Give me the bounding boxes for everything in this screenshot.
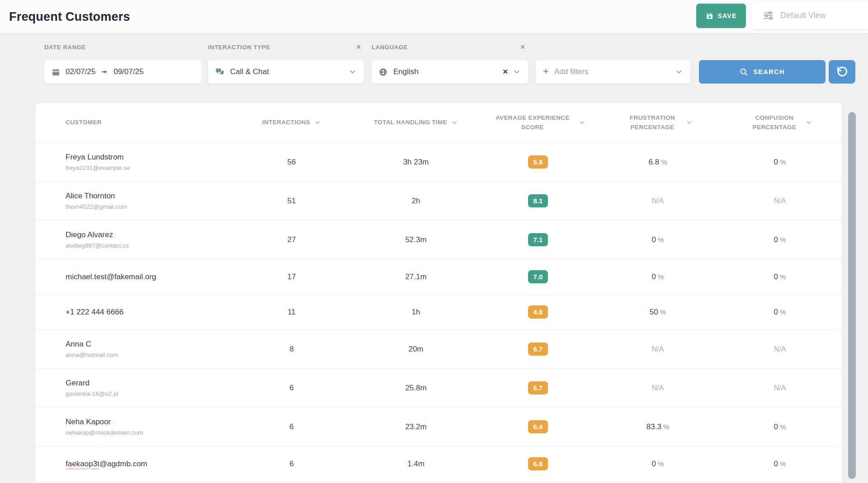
- confusion-cell: 0%: [728, 272, 832, 281]
- top-bar: Frequent Customers SAVE Default View: [0, 0, 868, 33]
- reset-filters-button[interactable]: [829, 60, 855, 84]
- table-row[interactable]: Freya Lundstromfreya2231@example.se563h …: [35, 143, 842, 182]
- customer-cell: michael.test@fakemail.org: [35, 272, 240, 281]
- add-filters-dropdown[interactable]: + Add filters: [536, 60, 690, 84]
- sliders-icon: [763, 11, 774, 20]
- table-row[interactable]: Gerardgosienka-16@o2.pl625.8m6.7N/AN/A: [35, 369, 842, 408]
- table-row[interactable]: Alice Thorntonthorn4522@gmail.com512h8.1…: [35, 182, 842, 220]
- scrollbar-thumb[interactable]: [848, 112, 856, 479]
- confusion-cell: N/A: [728, 197, 832, 205]
- customer-cell: Freya Lundstromfreya2231@example.se: [35, 153, 240, 171]
- score-cell: 6.4: [488, 420, 588, 433]
- table-row[interactable]: Anna Canna@hotmail.com820m6.7N/AN/A: [35, 330, 842, 369]
- customer-cell: faekaop3t@agdmb.com: [35, 460, 240, 469]
- customer-name: Anna C: [66, 340, 91, 349]
- customer-name: michael.test@fakemail.org: [66, 272, 156, 281]
- column-header: CUSTOMER: [35, 103, 240, 142]
- table-row[interactable]: Neha Kapoornehakap@mockdomain.com623.2m6…: [35, 408, 842, 446]
- language-select[interactable]: English ✕: [372, 60, 528, 84]
- date-from: 02/07/25: [66, 67, 95, 76]
- customer-email: alvdieg997@contact.cs: [66, 242, 129, 249]
- score-cell: 6.8: [488, 457, 588, 470]
- score-badge: 5.8: [528, 155, 548, 169]
- column-header-label: INTERACTIONS: [262, 118, 310, 127]
- table-row[interactable]: Diego Alvarezalvdieg997@contact.cs2752.3…: [35, 220, 842, 259]
- interaction-type-value: Call & Chat: [230, 67, 269, 76]
- frustration-cell: 83.3%: [588, 422, 728, 431]
- column-header[interactable]: CONFUSION PERCENTAGE: [728, 103, 832, 142]
- interaction-type-select[interactable]: Call & Chat: [208, 60, 364, 84]
- add-filters-placeholder: Add filters: [554, 67, 589, 76]
- table-body: Freya Lundstromfreya2231@example.se563h …: [35, 143, 842, 482]
- score-badge: 6.7: [528, 381, 548, 394]
- handling-time-cell: 3h 23m: [344, 158, 488, 167]
- confusion-cell: 0%: [728, 158, 832, 167]
- table-row[interactable]: faekaop3t@agdmb.com61.4m6.80%0%: [35, 446, 842, 482]
- chevron-down-icon: [513, 68, 521, 76]
- column-header-label: TOTAL HANDLING TIME: [374, 118, 447, 127]
- score-badge: 6.4: [528, 420, 548, 433]
- customer-cell: Alice Thorntonthorn4522@gmail.com: [35, 192, 240, 210]
- search-button[interactable]: SEARCH: [699, 60, 826, 84]
- calendar-icon: [52, 68, 60, 76]
- interactions-cell: 51: [240, 197, 344, 206]
- score-cell: 5.8: [488, 155, 588, 169]
- sort-chevron-icon: [451, 119, 458, 126]
- customer-cell: +1 222 444 6666: [35, 308, 240, 317]
- chat-icon: [215, 68, 224, 76]
- sort-chevron-icon: [579, 119, 585, 126]
- clear-interaction-filter-icon[interactable]: ✕: [356, 44, 361, 50]
- confusion-cell: 0%: [728, 308, 832, 317]
- customer-email: anna@hotmail.com: [66, 352, 118, 358]
- clear-language-filter-icon[interactable]: ✕: [520, 44, 525, 50]
- interaction-type-label: INTERACTION TYPE: [208, 44, 270, 51]
- chevron-down-icon: [349, 68, 357, 76]
- sort-chevron-icon: [686, 119, 693, 126]
- save-button[interactable]: SAVE: [696, 4, 746, 28]
- score-badge: 7.1: [528, 233, 548, 246]
- customer-email: gosienka-16@o2.pl: [66, 390, 118, 397]
- view-selector[interactable]: Default View: [752, 1, 868, 29]
- interactions-cell: 17: [240, 272, 344, 281]
- customer-name: faekaop3t@agdmb.com: [66, 460, 147, 469]
- table-row[interactable]: michael.test@fakemail.org1727.1m7.00%0%: [35, 259, 842, 295]
- column-header[interactable]: TOTAL HANDLING TIME: [344, 103, 488, 142]
- column-header-label: AVERAGE EXPERIENCE SCORE: [491, 113, 575, 132]
- score-badge: 6.8: [528, 457, 548, 470]
- confusion-cell: N/A: [728, 345, 832, 353]
- score-cell: 8.1: [488, 194, 588, 207]
- frustration-cell: N/A: [588, 345, 728, 353]
- handling-time-cell: 52.3m: [344, 235, 488, 244]
- language-value: English: [393, 67, 419, 76]
- remove-language-icon[interactable]: ✕: [502, 68, 508, 76]
- customer-name: Alice Thornton: [66, 192, 115, 201]
- handling-time-cell: 1h: [344, 308, 488, 317]
- customer-name: +1 222 444 6666: [66, 308, 123, 317]
- customer-cell: Anna Canna@hotmail.com: [35, 340, 240, 358]
- customer-name: Freya Lundstrom: [66, 153, 124, 162]
- frustration-cell: 0%: [588, 460, 728, 469]
- customer-name: Gerard: [66, 379, 90, 388]
- handling-time-cell: 2h: [344, 197, 488, 206]
- date-range-input[interactable]: 02/07/25 09/07/25: [44, 60, 202, 84]
- handling-time-cell: 25.8m: [344, 384, 488, 393]
- handling-time-cell: 23.2m: [344, 422, 488, 431]
- table-row[interactable]: +1 222 444 6666111h4.850%0%: [35, 295, 842, 330]
- column-header-label: CONFUSION PERCENTAGE: [747, 113, 802, 132]
- column-header[interactable]: INTERACTIONS: [240, 103, 344, 142]
- frustration-cell: N/A: [588, 384, 728, 392]
- column-header[interactable]: AVERAGE EXPERIENCE SCORE: [488, 103, 588, 142]
- frustration-cell: N/A: [588, 197, 728, 205]
- score-cell: 6.7: [488, 381, 588, 394]
- confusion-cell: 0%: [728, 460, 832, 469]
- customer-email: nehakap@mockdomain.com: [66, 429, 143, 436]
- date-to: 09/07/25: [113, 67, 143, 76]
- language-label: LANGUAGE: [372, 44, 408, 51]
- column-header[interactable]: FRUSTRATION PERCENTAGE: [588, 103, 728, 142]
- page-title: Frequent Customers: [9, 9, 130, 23]
- interactions-cell: 6: [240, 422, 344, 431]
- column-header-label: FRUSTRATION PERCENTAGE: [623, 113, 682, 132]
- interactions-cell: 56: [240, 158, 344, 167]
- column-header-label: CUSTOMER: [66, 118, 102, 127]
- frustration-cell: 50%: [588, 308, 728, 317]
